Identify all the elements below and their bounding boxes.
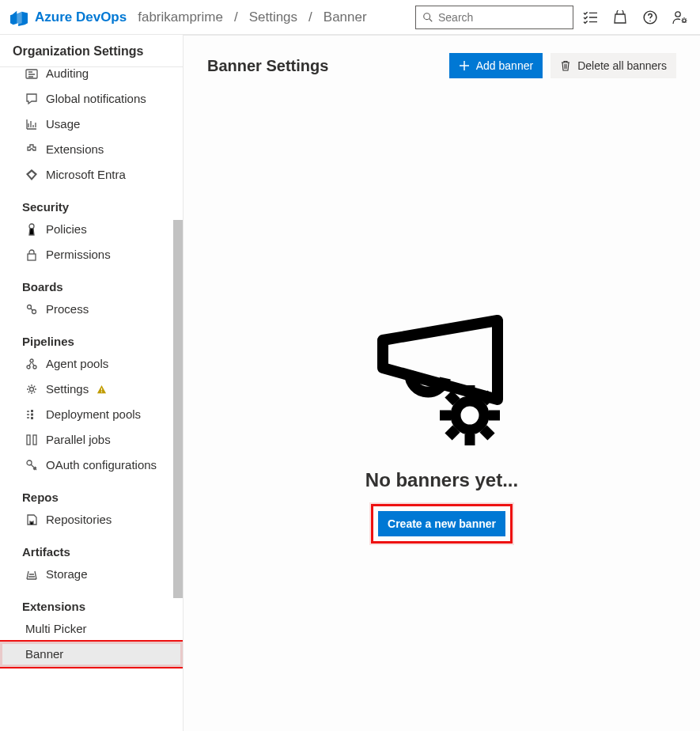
svg-line-30: [483, 394, 491, 402]
sidebar-item-process[interactable]: Process: [0, 297, 183, 322]
usage-icon: [25, 118, 38, 131]
sidebar-item-label: Microsoft Entra: [46, 167, 126, 183]
sidebar-title: Organization Settings: [0, 35, 183, 67]
svg-point-10: [32, 310, 36, 314]
search-icon: [422, 12, 433, 23]
scrollbar-track[interactable]: [173, 67, 183, 731]
help-icon[interactable]: [637, 4, 664, 31]
svg-point-12: [33, 366, 36, 369]
breadcrumb-banner[interactable]: Banner: [324, 9, 367, 25]
sidebar-item-microsoft-entra[interactable]: Microsoft Entra: [0, 162, 183, 187]
lock-icon: [25, 248, 38, 261]
sidebar-item-label: OAuth configurations: [46, 457, 157, 473]
svg-point-13: [30, 359, 33, 362]
sidebar-item-multi-picker[interactable]: Multi Picker: [0, 616, 183, 642]
sidebar: Organization Settings AuditingGlobal not…: [0, 35, 184, 731]
sidebar-item-deployment-pools[interactable]: Deployment pools: [0, 402, 183, 427]
svg-point-11: [27, 366, 30, 369]
sidebar-item-label: Deployment pools: [46, 407, 141, 422]
audit-icon: [25, 67, 38, 80]
marketplace-icon[interactable]: [607, 4, 634, 31]
svg-rect-16: [31, 410, 33, 412]
sidebar-item-policies[interactable]: Policies: [0, 217, 183, 242]
sidebar-item-usage[interactable]: Usage: [0, 112, 183, 137]
process-icon: [25, 303, 38, 316]
svg-point-14: [30, 388, 34, 392]
trash-icon: [560, 60, 571, 71]
main-content: Banner Settings Add banner Delete all ba…: [184, 35, 700, 731]
deploy-icon: [25, 408, 38, 421]
svg-point-15: [101, 391, 102, 392]
entra-icon: [25, 169, 38, 181]
svg-rect-17: [31, 414, 33, 416]
sidebar-item-label: Parallel jobs: [46, 432, 111, 448]
sidebar-item-global-notifications[interactable]: Global notifications: [0, 86, 183, 112]
user-settings-icon[interactable]: [667, 4, 694, 31]
svg-rect-20: [33, 435, 36, 445]
top-header: Azure DevOps fabrikamprime / Settings / …: [0, 0, 700, 35]
policy-icon: [25, 223, 38, 236]
sidebar-scroll[interactable]: AuditingGlobal notificationsUsageExtensi…: [0, 67, 183, 731]
sidebar-item-label: Storage: [46, 566, 88, 582]
sidebar-item-label: Policies: [46, 222, 87, 237]
svg-point-7: [29, 224, 34, 229]
sidebar-item-agent-pools[interactable]: Agent pools: [0, 351, 183, 377]
create-banner-highlight: Create a new banner: [371, 504, 513, 544]
sidebar-section-heading: Artifacts: [0, 532, 183, 562]
svg-point-4: [675, 11, 680, 16]
sidebar-item-auditing[interactable]: Auditing: [0, 67, 183, 86]
svg-rect-18: [31, 417, 33, 419]
sidebar-item-label: Auditing: [46, 67, 89, 81]
search-input[interactable]: [438, 11, 566, 24]
sidebar-section-heading: Boards: [0, 267, 183, 297]
sidebar-item-label: Repositories: [46, 512, 112, 528]
sidebar-item-oauth-configurations[interactable]: OAuth configurations: [0, 453, 183, 478]
extensions-icon: [25, 143, 38, 156]
breadcrumb-separator: /: [234, 9, 238, 25]
sidebar-item-label: Multi Picker: [25, 621, 87, 637]
sidebar-item-label: Extensions: [46, 142, 104, 157]
sidebar-item-repositories[interactable]: Repositories: [0, 507, 183, 532]
svg-point-9: [28, 305, 32, 309]
sidebar-item-label: Settings: [46, 381, 89, 397]
svg-line-1: [429, 18, 433, 21]
brand-name[interactable]: Azure DevOps: [35, 9, 127, 25]
chat-icon: [25, 93, 38, 105]
parallel-icon: [25, 434, 38, 446]
sidebar-item-extensions[interactable]: Extensions: [0, 137, 183, 162]
svg-point-5: [683, 19, 686, 22]
sidebar-item-settings[interactable]: Settings: [0, 377, 183, 402]
breadcrumb: fabrikamprime / Settings / Banner: [138, 9, 366, 25]
add-banner-button[interactable]: Add banner: [449, 53, 543, 78]
search-box[interactable]: [415, 6, 573, 29]
sidebar-item-parallel-jobs[interactable]: Parallel jobs: [0, 427, 183, 453]
svg-point-0: [424, 13, 430, 19]
pools-icon: [25, 358, 38, 370]
svg-line-27: [448, 394, 456, 402]
sidebar-item-label: Usage: [46, 116, 80, 132]
sidebar-item-storage[interactable]: Storage: [0, 562, 183, 587]
svg-rect-8: [28, 254, 36, 260]
page-header: Banner Settings Add banner Delete all ba…: [184, 36, 700, 78]
create-new-banner-button[interactable]: Create a new banner: [378, 511, 505, 536]
page-title: Banner Settings: [207, 57, 441, 75]
svg-point-22: [456, 401, 484, 430]
breadcrumb-org[interactable]: fabrikamprime: [138, 9, 223, 25]
sidebar-item-label: Permissions: [46, 247, 111, 263]
warning-icon: [96, 384, 107, 395]
sidebar-item-label: Global notifications: [46, 91, 146, 107]
breadcrumb-settings[interactable]: Settings: [249, 9, 297, 25]
svg-line-29: [448, 429, 456, 437]
sidebar-section-heading: Security: [0, 187, 183, 217]
breadcrumb-separator: /: [308, 9, 312, 25]
scrollbar-thumb[interactable]: [173, 220, 183, 598]
task-list-icon[interactable]: [577, 4, 604, 31]
svg-line-28: [483, 429, 491, 437]
repo-icon: [25, 513, 38, 526]
svg-point-3: [649, 20, 651, 21]
sidebar-item-permissions[interactable]: Permissions: [0, 242, 183, 267]
sidebar-item-banner[interactable]: Banner: [0, 642, 183, 667]
delete-all-banners-button[interactable]: Delete all banners: [551, 53, 676, 78]
storage-icon: [25, 568, 38, 581]
plus-icon: [459, 60, 470, 71]
